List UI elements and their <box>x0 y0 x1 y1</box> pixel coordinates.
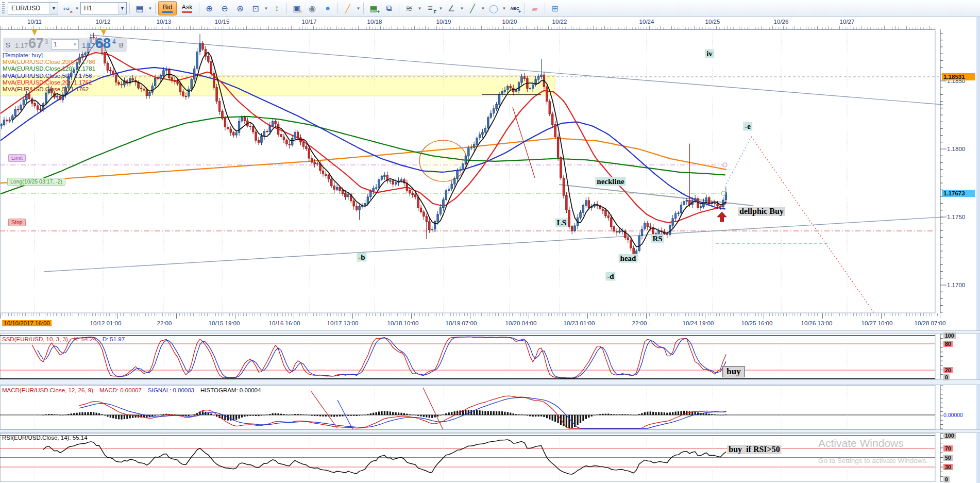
time-axis-label: 10/20 04:00 <box>505 320 537 326</box>
chevron-down-icon[interactable]: ▼ <box>438 6 443 11</box>
unlink-symbol-icon[interactable]: ∾× <box>59 2 74 15</box>
date-ruler-label: 10/25 <box>705 19 720 25</box>
zoom-pointer-icon[interactable]: ⊛ <box>233 2 247 15</box>
price-axis-label: 1.1700 <box>947 282 965 288</box>
buy-price-sup: 4 <box>112 38 116 45</box>
annotation-iv[interactable]: iv <box>705 49 714 58</box>
stop-order-chip[interactable]: Stop <box>8 219 26 226</box>
price-axis-label: 1.1750 <box>947 214 965 220</box>
zoom-box-icon[interactable]: ⊡ <box>248 2 263 15</box>
amount-value: 1 <box>52 41 72 48</box>
fan-lines-icon[interactable]: ∠ <box>444 2 459 15</box>
panel-splitter[interactable] <box>0 379 980 385</box>
sell-side-label: S <box>6 41 10 49</box>
chevron-down-icon[interactable]: ▼ <box>417 6 422 11</box>
chevron-down-icon[interactable]: ▼ <box>148 6 153 11</box>
panel-splitter[interactable] <box>0 330 980 334</box>
ask-button[interactable]: Ask <box>178 1 196 15</box>
time-axis-label: 10/18 10:00 <box>387 320 419 326</box>
limit-order-chip[interactable]: Limit <box>8 154 26 162</box>
order-marker-icon[interactable] <box>32 30 37 36</box>
annotation-rs[interactable]: RS <box>651 235 664 243</box>
ssd-header: SSD(EUR/USD, 10, 3, 3)K: 54.24D: 51.97 <box>2 336 131 342</box>
annotation-buy[interactable]: buy <box>722 366 745 377</box>
top-date-ruler[interactable]: 10/1110/1210/1310/1510/1710/1810/1910/20… <box>0 17 935 30</box>
annotation-e[interactable]: -e <box>743 122 752 131</box>
period-combo[interactable]: H1▼ <box>80 2 127 14</box>
date-ruler-label: 10/17 <box>302 19 317 25</box>
chevron-down-icon[interactable]: ▼ <box>49 3 58 14</box>
template-label: [Template: huy] <box>3 52 95 59</box>
annotation-ls[interactable]: LS <box>555 219 568 227</box>
annotation-dellphic-buy[interactable]: dellphic Buy <box>738 207 785 216</box>
panel-splitter[interactable] <box>0 429 980 433</box>
web-globe-icon[interactable]: ● <box>320 2 335 15</box>
amount-combo[interactable]: 1 ▼ <box>51 39 79 49</box>
vertical-scale-icon[interactable]: ↕ <box>269 2 284 15</box>
time-axis-label: 10/12 01:00 <box>90 320 122 326</box>
rsi-scale-value: 0 <box>943 476 950 482</box>
mini-chart-window-icon[interactable]: ⧉ <box>382 2 396 15</box>
toolbar-separator <box>545 3 545 14</box>
ruler-icon[interactable]: ╱ <box>341 2 355 15</box>
sell-price-big[interactable]: 67 <box>28 36 44 52</box>
chevron-down-icon[interactable]: ▼ <box>356 6 361 11</box>
symbol-combo[interactable]: EUR/USD▼ <box>8 2 58 14</box>
annotation-head[interactable]: head <box>619 254 638 263</box>
rsi-scale-value: 30 <box>943 464 953 470</box>
date-ruler-label: 10/26 <box>774 19 789 25</box>
long-position-chip[interactable]: Long(10/25 03:17, -2) <box>7 178 65 186</box>
chevron-down-icon[interactable]: ▼ <box>264 6 268 11</box>
ellipse-tool-icon[interactable]: ◯ <box>486 2 501 15</box>
legend-mva-line: MVA(EUR/USD.Close,120): 1.1781 <box>3 65 95 72</box>
rsi-header: RSI(EUR/USD.Close, 14): 55.14 <box>2 435 94 441</box>
zoom-out-icon[interactable]: ⊖ <box>217 2 232 15</box>
price-badge: 1.17673 <box>942 190 975 197</box>
chevron-down-icon[interactable]: ▼ <box>75 6 79 11</box>
date-ruler-label: 10/13 <box>157 19 172 25</box>
ssd-header-part: D: 51.97 <box>103 336 125 342</box>
ssd-scale-value: 0 <box>943 374 950 380</box>
trendline-icon[interactable]: ╱ <box>465 2 480 15</box>
sell-price-sup: 3 <box>45 38 48 45</box>
chart-type-icon[interactable]: ▤ <box>132 2 147 15</box>
legend-mva-line: MVA(EUR/USD.Close,200): 1.1786 <box>3 59 95 65</box>
chart-properties-icon[interactable]: ▣✎ <box>290 2 304 15</box>
annotation-d[interactable]: -d <box>605 272 615 281</box>
time-axis-label: 10/23 01:00 <box>564 320 595 326</box>
chart-canvas[interactable] <box>0 30 935 313</box>
strategy-tree-icon[interactable]: ⊞ <box>548 2 562 15</box>
buy-price-big[interactable]: 68 <box>95 36 111 52</box>
window-right-border <box>976 0 980 483</box>
chevron-down-icon[interactable]: ▼ <box>72 42 78 47</box>
rsi-header-part: RSI(EUR/USD.Close, 14): 55.14 <box>2 435 88 441</box>
macd-header: MACD(EUR/USD.Close, 12, 26, 9)MACD: 0.00… <box>2 387 267 393</box>
eraser-icon[interactable]: ▰ <box>528 2 542 15</box>
bid-button[interactable]: Bid <box>158 1 177 15</box>
bottom-time-axis[interactable]: 10/10/2017 16:0010/12 01:0022:0010/15 19… <box>0 313 943 330</box>
chevron-down-icon[interactable]: ▼ <box>502 6 506 11</box>
annotation-buy-if-rsi[interactable]: buy if RSI>50 <box>727 445 781 454</box>
order-marker-icon[interactable] <box>101 30 106 36</box>
share-view-icon[interactable]: ◉ <box>305 2 319 15</box>
ask-button-label: Ask <box>182 4 193 11</box>
toolbar-grip[interactable] <box>2 2 5 14</box>
chevron-down-icon[interactable]: ▼ <box>481 6 485 11</box>
toolbar-separator <box>199 3 199 14</box>
ssd-scale-value: 20 <box>943 367 953 373</box>
time-axis-label: 10/25 16:00 <box>741 320 773 326</box>
chart-toolbar: EUR/USD▼∾×▼H1▼▤▼BidAsk⊕⊖⊛⊡▼↕▣✎◉●╱▼▦+⧉≋▼≡… <box>0 0 980 17</box>
date-ruler-label: 10/15 <box>215 19 230 25</box>
fib-levels-icon-sub: F <box>434 9 437 14</box>
fib-levels-icon[interactable]: ≡F <box>423 2 437 15</box>
annotation-neckline[interactable]: neckline <box>595 177 626 186</box>
chevron-down-icon[interactable]: ▼ <box>460 6 464 11</box>
add-image-icon[interactable]: ▦+ <box>366 2 381 15</box>
annotation-b[interactable]: -b <box>357 253 366 262</box>
chevron-down-icon[interactable]: ▼ <box>118 3 126 14</box>
ssd-scale-value: 80 <box>943 341 953 347</box>
bid-button-underline <box>162 11 173 13</box>
fib-retracement-icon[interactable]: ≋ <box>402 2 416 15</box>
zoom-in-icon[interactable]: ⊕ <box>202 2 216 15</box>
text-label-icon[interactable]: ABC+ <box>508 2 522 15</box>
